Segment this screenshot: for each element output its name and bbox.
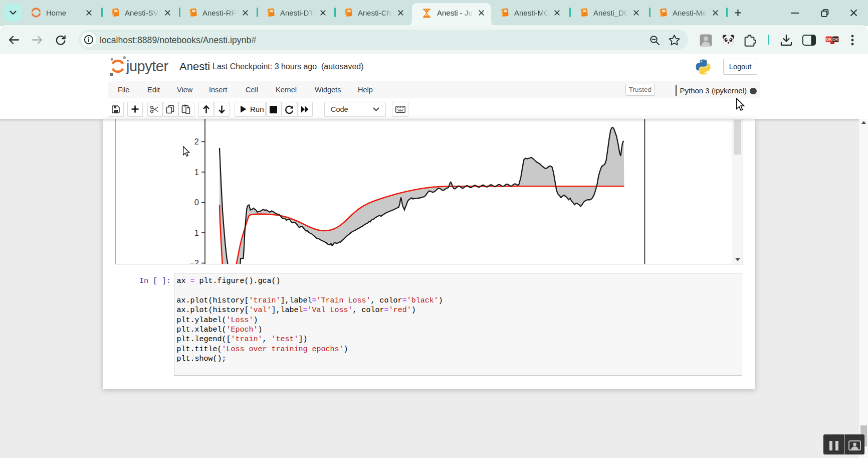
svg-text:−2: −2: [189, 258, 199, 264]
svg-text:2: 2: [194, 137, 198, 146]
svg-text:−1: −1: [189, 228, 199, 237]
svg-text:OK: OK: [832, 37, 838, 42]
svg-text:OK: OK: [826, 37, 832, 42]
svg-text:1: 1: [194, 168, 198, 177]
svg-text:0: 0: [194, 198, 198, 207]
